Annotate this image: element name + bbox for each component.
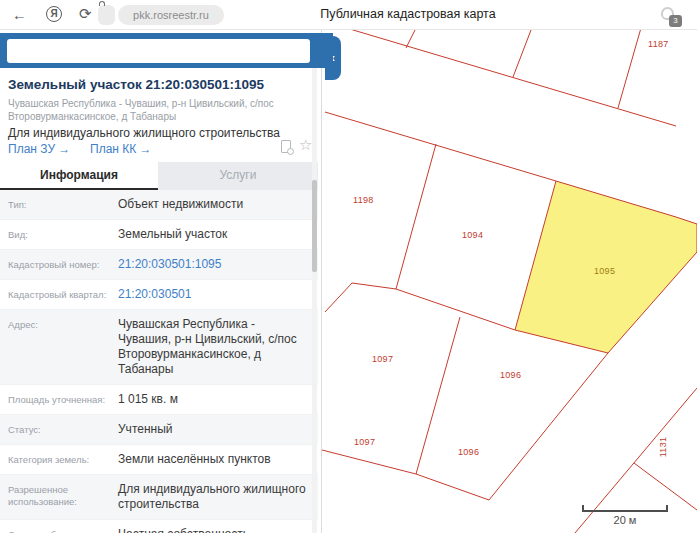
yandex-browser-icon[interactable]: Я: [46, 6, 62, 22]
parcel-boundaries: [322, 30, 697, 533]
parcel-label[interactable]: 1096: [458, 447, 479, 457]
map-scale-label: 20 м: [582, 514, 668, 526]
cadastral-map[interactable]: 1187 1198 1094 1095 1097 1096 1097 1096 …: [322, 30, 697, 533]
scrollbar-thumb[interactable]: [312, 180, 317, 272]
parcel-label[interactable]: 1097: [354, 437, 375, 447]
info-panel: Земельный участок 21:20:030501:1095 Чува…: [0, 30, 322, 533]
parcel-address: Чувашская Республика - Чувашия, р-н Циви…: [8, 98, 274, 123]
parcel-usage: Для индивидуального жилищного строительс…: [8, 126, 280, 140]
notification-badge: 3: [669, 15, 682, 27]
plan-kk-link[interactable]: План КК →: [90, 142, 152, 156]
parcel-label[interactable]: 1096: [500, 370, 521, 380]
parcel-label[interactable]: 1198: [353, 195, 374, 205]
table-row: Кадастровый номер: 21:20:030501:1095: [0, 250, 318, 280]
document-search-icon[interactable]: [281, 140, 291, 153]
table-row: Категория земель: Земли населённых пункт…: [0, 445, 318, 475]
browser-toolbar: ← Я ⟳ pkk.rosreestr.ru Публичная кадастр…: [0, 0, 697, 30]
table-row: Статус: Учтенный: [0, 415, 318, 445]
table-row: Разрешенное использование: Для индивидуа…: [0, 475, 318, 520]
panel-tabs: Информация Услуги: [0, 162, 318, 190]
tab-information[interactable]: Информация: [0, 162, 158, 190]
page-title: Публичная кадастровая карта: [288, 7, 528, 21]
search-box: [7, 39, 310, 63]
table-row: Форма собственности: Частная собственнос…: [0, 520, 318, 533]
parcel-label[interactable]: 1187: [648, 39, 669, 49]
parcel-title: Земельный участок 21:20:030501:1095: [8, 77, 264, 92]
tab-services[interactable]: Услуги: [158, 162, 318, 190]
back-icon[interactable]: ←: [12, 6, 27, 24]
parcel-label[interactable]: 1094: [462, 230, 483, 240]
parcel-label[interactable]: 1097: [372, 354, 393, 364]
table-row: Адрес: Чувашская Республика - Чувашия, р…: [0, 310, 318, 385]
attributes-table: Тип: Объект недвижимости Вид: Земельный …: [0, 190, 318, 533]
address-bar[interactable]: pkk.rosreestr.ru: [118, 5, 224, 25]
ssl-lock-chip[interactable]: [98, 5, 115, 25]
selected-parcel-label[interactable]: 1095: [594, 266, 615, 276]
cadastral-number-link[interactable]: 21:20:030501:1095: [118, 257, 310, 272]
table-row: Вид: Земельный участок: [0, 220, 318, 250]
plan-zu-link[interactable]: План ЗУ →: [8, 142, 70, 156]
parcel-label[interactable]: 1131: [658, 437, 668, 458]
cadastral-quarter-link[interactable]: 21:20:030501: [118, 287, 310, 302]
table-row: Кадастровый квартал: 21:20:030501: [0, 280, 318, 310]
map-scale-bar: [582, 510, 668, 512]
panel-scrollbar[interactable]: [312, 68, 317, 533]
table-row: Площадь уточненная: 1 015 кв. м: [0, 385, 318, 415]
table-row: Тип: Объект недвижимости: [0, 190, 318, 220]
refresh-icon[interactable]: ⟳: [79, 5, 92, 23]
star-icon[interactable]: ☆: [299, 136, 312, 154]
